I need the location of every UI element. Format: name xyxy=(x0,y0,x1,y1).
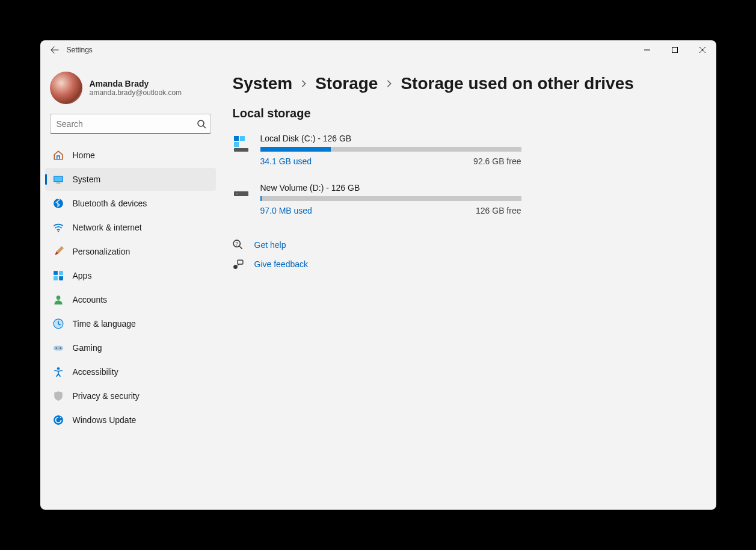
nav-system[interactable]: System xyxy=(45,168,216,191)
home-icon xyxy=(52,149,64,161)
nav-privacy[interactable]: Privacy & security xyxy=(45,385,216,407)
nav-time-language[interactable]: Time & language xyxy=(45,312,216,335)
nav-network[interactable]: Network & internet xyxy=(45,216,216,239)
nav-label: Personalization xyxy=(73,247,131,256)
svg-rect-9 xyxy=(54,276,58,280)
svg-point-23 xyxy=(236,193,238,194)
clock-icon xyxy=(52,318,64,330)
drive-free: 92.6 GB free xyxy=(473,156,521,166)
window-title: Settings xyxy=(67,46,93,54)
svg-rect-19 xyxy=(240,136,245,141)
drive-d[interactable]: New Volume (D:) - 126 GB 97.0 MB used 12… xyxy=(233,183,521,215)
drive-free: 126 GB free xyxy=(476,206,521,215)
accessibility-icon xyxy=(52,366,64,378)
svg-point-16 xyxy=(57,367,60,370)
breadcrumb-current: Storage used on other drives xyxy=(401,74,633,93)
nav-label: Privacy & security xyxy=(73,391,140,401)
system-icon xyxy=(52,173,64,185)
profile-block[interactable]: Amanda Brady amanda.brady@outlook.com xyxy=(45,64,216,114)
feedback-icon xyxy=(233,259,244,270)
gamepad-icon xyxy=(52,342,64,354)
maximize-icon xyxy=(672,47,678,53)
nav-label: Windows Update xyxy=(73,415,137,425)
breadcrumb: System Storage Storage used on other dri… xyxy=(233,74,692,93)
svg-point-26 xyxy=(233,265,238,269)
search-wrap xyxy=(50,114,211,134)
svg-rect-4 xyxy=(56,183,60,184)
close-icon xyxy=(699,47,705,53)
nav-label: Apps xyxy=(73,271,92,280)
nav-home[interactable]: Home xyxy=(45,144,216,167)
update-icon xyxy=(52,414,64,426)
avatar xyxy=(50,72,82,104)
nav-personalization[interactable]: Personalization xyxy=(45,240,216,263)
bluetooth-icon xyxy=(52,197,64,209)
svg-rect-21 xyxy=(234,148,248,152)
section-title: Local storage xyxy=(233,107,692,120)
svg-rect-10 xyxy=(59,276,63,280)
svg-rect-13 xyxy=(54,346,63,351)
drive-name: Local Disk (C:) - 126 GB xyxy=(260,134,521,143)
wifi-icon xyxy=(52,221,64,233)
drive-os-icon xyxy=(233,135,251,153)
user-email: amanda.brady@outlook.com xyxy=(90,88,182,97)
nav-bluetooth[interactable]: Bluetooth & devices xyxy=(45,192,216,215)
nav: Home System Bluetooth & devices Network … xyxy=(45,144,216,431)
nav-label: Network & internet xyxy=(73,223,142,232)
breadcrumb-storage[interactable]: Storage xyxy=(315,74,378,93)
svg-rect-3 xyxy=(54,177,63,182)
get-help-link[interactable]: ? Get help xyxy=(233,239,692,250)
sidebar: Amanda Brady amanda.brady@outlook.com Ho… xyxy=(40,60,221,510)
svg-point-14 xyxy=(55,347,57,348)
help-links: ? Get help Give feedback xyxy=(233,239,692,270)
nav-label: Accessibility xyxy=(73,367,118,377)
nav-accessibility[interactable]: Accessibility xyxy=(45,360,216,383)
nav-label: Time & language xyxy=(73,319,136,329)
nav-gaming[interactable]: Gaming xyxy=(45,336,216,359)
give-feedback-link[interactable]: Give feedback xyxy=(233,259,692,270)
nav-label: Gaming xyxy=(73,343,102,353)
svg-rect-27 xyxy=(237,260,242,264)
titlebar: Settings xyxy=(40,40,716,60)
svg-point-6 xyxy=(57,231,58,232)
svg-point-15 xyxy=(60,347,61,348)
close-button[interactable] xyxy=(689,40,716,60)
apps-icon xyxy=(52,270,64,282)
usage-bar xyxy=(260,147,521,152)
help-icon: ? xyxy=(233,239,244,250)
svg-point-11 xyxy=(56,295,60,300)
drive-c[interactable]: Local Disk (C:) - 126 GB 34.1 GB used 92… xyxy=(233,134,521,166)
minimize-button[interactable] xyxy=(633,40,661,60)
help-label: Get help xyxy=(254,240,286,250)
svg-rect-0 xyxy=(672,48,677,53)
svg-rect-7 xyxy=(54,271,58,275)
chevron-right-icon xyxy=(300,79,308,88)
svg-rect-20 xyxy=(234,142,239,147)
drive-icon xyxy=(233,184,251,202)
nav-accounts[interactable]: Accounts xyxy=(45,288,216,311)
drive-used: 97.0 MB used xyxy=(260,206,312,215)
svg-point-17 xyxy=(54,415,63,425)
shield-icon xyxy=(52,390,64,402)
nav-label: Bluetooth & devices xyxy=(73,199,147,208)
svg-rect-8 xyxy=(59,271,63,275)
back-button[interactable] xyxy=(45,40,64,60)
settings-window: Settings Amanda Brady amanda.brady@outlo… xyxy=(40,40,716,510)
drive-name: New Volume (D:) - 126 GB xyxy=(260,183,521,193)
search-icon xyxy=(197,119,206,129)
minimize-icon xyxy=(644,47,650,53)
nav-label: Home xyxy=(73,150,95,160)
search-input[interactable] xyxy=(50,114,211,134)
feedback-label: Give feedback xyxy=(254,259,309,269)
nav-label: Accounts xyxy=(73,295,108,304)
svg-point-1 xyxy=(198,120,204,126)
nav-apps[interactable]: Apps xyxy=(45,264,216,287)
maximize-button[interactable] xyxy=(661,40,689,60)
usage-fill xyxy=(260,196,262,201)
main-content: System Storage Storage used on other dri… xyxy=(221,60,716,510)
drive-used: 34.1 GB used xyxy=(260,156,312,166)
nav-windows-update[interactable]: Windows Update xyxy=(45,409,216,431)
breadcrumb-system[interactable]: System xyxy=(233,74,293,93)
nav-label: System xyxy=(73,175,101,184)
svg-text:?: ? xyxy=(235,241,238,247)
